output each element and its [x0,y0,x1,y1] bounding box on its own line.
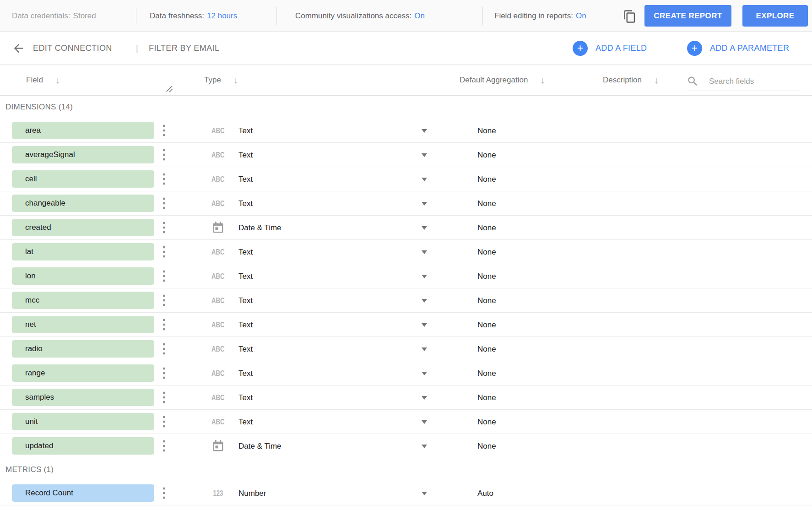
aggregation-value: None [477,223,496,232]
aggregation-column-label: Default Aggregation [460,76,528,85]
aggregation-select[interactable]: Auto [477,481,493,505]
text-type-icon: ABC [211,297,224,305]
data-freshness-value[interactable]: 12 hours [207,11,237,21]
edit-connection-link[interactable]: EDIT CONNECTION [33,32,112,65]
aggregation-select[interactable]: None [477,337,496,361]
field-type-select[interactable]: ABC 123 Text [0,167,812,191]
type-label: Text [238,385,253,410]
aggregation-value: None [477,442,496,450]
data-credentials-label: Data credentials: [12,11,70,21]
type-label: Text [238,167,253,191]
aggregation-select[interactable]: None [477,216,496,240]
field-type-select[interactable]: ABC 123 Text [0,337,812,361]
aggregation-select[interactable]: None [477,191,496,216]
top-status-bar: Data credentials: Stored Data freshness:… [0,0,812,32]
text-type-icon: ABC [211,321,224,329]
column-resize-handle[interactable] [165,85,173,93]
text-type-icon: ABC [211,418,224,426]
aggregation-select[interactable]: None [477,434,496,458]
topbar-divider [136,7,136,25]
type-label: Date & Time [238,216,281,240]
back-button[interactable] [11,41,26,55]
add-a-parameter-button[interactable]: + ADD A PARAMETER [687,32,789,65]
dropdown-caret-icon [422,275,427,278]
field-type-select[interactable]: ABC 123 Text [0,313,812,337]
aggregation-select[interactable]: None [477,361,496,385]
plus-icon: + [573,41,588,56]
sort-down-icon: ↓ [540,76,545,85]
aggregation-value: None [477,320,496,329]
aggregation-select[interactable]: None [477,240,496,264]
field-row: samples ABC 123 Text None [0,385,812,410]
aggregation-select[interactable]: None [477,410,496,434]
dropdown-caret-icon [422,299,427,303]
field-type-select[interactable]: ABC 123 Text [0,191,812,216]
field-type-select[interactable]: ABC 123 Date & Time [0,434,812,458]
community-viz-value[interactable]: On [414,11,425,21]
aggregation-select[interactable]: None [477,313,496,337]
aggregation-value: None [477,126,496,135]
connection-nav-bar: EDIT CONNECTION | FILTER BY EMAIL + ADD … [0,32,812,65]
number-type-icon: 123 [213,489,223,498]
field-column-label: Field [26,76,43,85]
type-label: Text [238,119,253,143]
field-row: mcc ABC 123 Text None [0,288,812,313]
field-row: Record Count ABC 123 Number Auto [0,481,812,505]
search-icon [687,75,699,87]
arrow-back-icon [12,42,25,55]
section-title: DIMENSIONS (14) [5,103,73,112]
field-editing-value[interactable]: On [576,11,586,21]
aggregation-select[interactable]: None [477,264,496,288]
field-type-select[interactable]: ABC 123 Text [0,385,812,410]
aggregation-select[interactable]: None [477,167,496,191]
dropdown-caret-icon [422,226,427,230]
field-editing-label: Field editing in reports: [494,11,573,21]
data-credentials-value: Stored [73,11,96,21]
search-fields-input[interactable] [709,77,796,86]
data-credentials-status: Data credentials: Stored [12,0,96,32]
aggregation-select[interactable]: None [477,143,496,167]
plus-icon: + [687,41,702,56]
aggregation-value: None [477,175,496,184]
topbar-divider [276,7,277,25]
field-type-select[interactable]: ABC 123 Text [0,288,812,313]
field-type-select[interactable]: ABC 123 Text [0,119,812,143]
column-header-description[interactable]: Description ↓ [603,65,659,96]
field-row: lon ABC 123 Text None [0,264,812,288]
datetime-type-icon [211,439,225,453]
dropdown-caret-icon [422,153,427,157]
field-type-select[interactable]: ABC 123 Text [0,361,812,385]
field-type-select[interactable]: ABC 123 Text [0,240,812,264]
column-header-type[interactable]: Type ↓ [204,65,238,96]
field-row: averageSignal ABC 123 Text None [0,143,812,167]
dropdown-caret-icon [422,250,427,254]
field-type-select[interactable]: ABC 123 Text [0,264,812,288]
field-type-select[interactable]: ABC 123 Text [0,410,812,434]
field-type-select[interactable]: ABC 123 Date & Time [0,216,812,240]
section-header: METRICS (1) [0,458,812,481]
type-label: Text [238,143,253,167]
copy-icon [623,10,637,23]
dropdown-caret-icon [422,420,427,424]
field-type-select[interactable]: ABC 123 Number [0,481,812,505]
aggregation-select[interactable]: None [477,288,496,313]
nav-separator: | [136,32,138,65]
dropdown-caret-icon [422,372,427,375]
explore-button[interactable]: EXPLORE [742,5,808,27]
aggregation-select[interactable]: None [477,385,496,410]
field-type-select[interactable]: ABC 123 Text [0,143,812,167]
datetime-type-icon [211,221,225,234]
column-header-field[interactable]: Field ↓ [26,65,60,96]
text-type-icon: ABC [211,200,224,208]
type-label: Number [238,481,266,505]
filter-by-email-link[interactable]: FILTER BY EMAIL [149,32,219,65]
create-report-button[interactable]: CREATE REPORT [644,5,731,27]
text-type-icon: ABC [211,248,224,256]
copy-datasource-icon[interactable] [622,8,638,25]
data-freshness-status: Data freshness: 12 hours [150,0,237,32]
add-a-field-button[interactable]: + ADD A FIELD [573,32,647,65]
aggregation-value: None [477,418,496,426]
aggregation-select[interactable]: None [477,119,496,143]
column-header-aggregation[interactable]: Default Aggregation ↓ [460,65,545,96]
sort-down-icon: ↓ [55,76,60,85]
